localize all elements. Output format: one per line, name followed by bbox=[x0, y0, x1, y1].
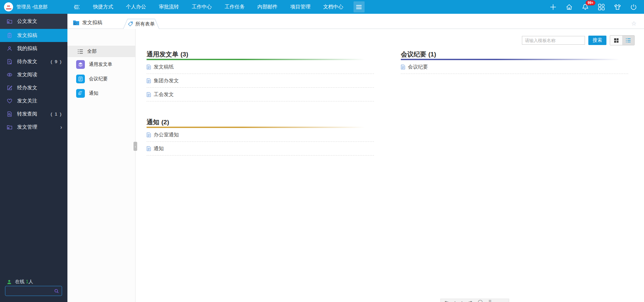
template-search-controls: 搜索 bbox=[522, 35, 635, 45]
company-logo: ∞ bbox=[4, 2, 13, 11]
sidebar-item-forward-review[interactable]: 转发查阅 ( 1 ) bbox=[0, 107, 67, 121]
nav-item-internal-mail[interactable]: 内部邮件 bbox=[258, 4, 278, 10]
sidebar-item-label: 发文拟稿 bbox=[17, 32, 62, 39]
sidebar-item-count: ( 9 ) bbox=[51, 59, 62, 64]
sidebar-item-official-dispatch[interactable]: 公文发文 bbox=[0, 14, 67, 29]
notifications-bell-icon[interactable]: 99+ bbox=[582, 3, 589, 11]
list-icon bbox=[77, 49, 83, 54]
sidebar: 公文发文 发文拟稿 我的拟稿 待办发文 bbox=[0, 14, 67, 302]
add-icon[interactable] bbox=[549, 3, 557, 11]
heart-icon bbox=[7, 98, 12, 104]
category-meeting-minutes[interactable]: 会议纪要 bbox=[67, 72, 135, 86]
online-user-icon bbox=[7, 279, 12, 285]
section-title: 通用发文单(3) bbox=[147, 50, 374, 58]
eye-icon bbox=[7, 72, 12, 78]
column-right: 会议纪要(1) 会议纪要 bbox=[401, 50, 628, 74]
favorite-star-icon[interactable]: ☆ bbox=[631, 20, 637, 27]
nav-more-button[interactable] bbox=[354, 1, 365, 12]
section-title: 会议纪要(1) bbox=[401, 50, 628, 58]
notification-badge: 99+ bbox=[586, 0, 595, 5]
sidebar-item-handled-dispatch[interactable]: 经办发文 bbox=[0, 81, 67, 94]
hamburger-icon bbox=[356, 5, 362, 9]
nav-item-work-tasks[interactable]: 工作任务 bbox=[225, 4, 245, 10]
template-link-meeting-minutes[interactable]: 会议纪要 bbox=[401, 60, 628, 74]
sidebar-search bbox=[5, 286, 62, 296]
power-logout-icon[interactable] bbox=[630, 3, 637, 11]
section-title: 通知(2) bbox=[147, 118, 374, 126]
nav-item-personal-office[interactable]: 个人办公 bbox=[126, 4, 146, 10]
template-category-panel: 全部 通用发文单 会议纪要 通知 bbox=[67, 29, 136, 302]
category-label: 会议纪要 bbox=[89, 76, 108, 82]
section-general-dispatch-form: 通用发文单(3) 发文稿纸 集团办发文 工会发文 bbox=[147, 50, 374, 101]
nav-item-approval-flow[interactable]: 审批流转 bbox=[159, 4, 179, 10]
section-notice: 通知(2) 办公室通知 通知 bbox=[147, 118, 374, 156]
category-general-dispatch-form[interactable]: 通用发文单 bbox=[67, 57, 135, 72]
tabbar: 发文拟稿 所有表单 ☆ bbox=[67, 14, 644, 29]
theme-tshirt-icon[interactable] bbox=[614, 3, 621, 11]
toolbar-icon[interactable]: ‹ bbox=[454, 300, 455, 302]
sidebar-item-dispatch-management[interactable]: 发文管理 › bbox=[0, 121, 67, 134]
sidebar-item-label: 经办发文 bbox=[17, 85, 62, 91]
panel-collapse-handle[interactable]: ‹ bbox=[133, 142, 137, 151]
logo-infinity-mark: ∞ bbox=[7, 4, 10, 8]
clipboard-icon bbox=[7, 33, 12, 38]
sidebar-item-dispatch-follow[interactable]: 发文关注 bbox=[0, 94, 67, 107]
online-label: 在线 bbox=[15, 279, 24, 284]
sidebar-search-input[interactable] bbox=[5, 289, 54, 294]
user-label: 管理员 -信息部 bbox=[16, 4, 48, 10]
sidebar-item-pending-dispatch[interactable]: 待办发文 ( 9 ) bbox=[0, 55, 67, 68]
home-icon[interactable] bbox=[566, 3, 573, 11]
template-sections: 通用发文单(3) 发文稿纸 集团办发文 工会发文 bbox=[136, 29, 644, 156]
online-unit: 人 bbox=[29, 279, 33, 284]
edit-note-icon bbox=[7, 85, 12, 91]
tab-draft-dispatch[interactable]: 发文拟稿 bbox=[73, 19, 107, 29]
folder-icon bbox=[7, 124, 12, 130]
apps-grid-icon[interactable] bbox=[598, 3, 605, 11]
section-meeting-minutes: 会议纪要(1) 会议纪要 bbox=[401, 50, 628, 74]
template-link-union-dispatch[interactable]: 工会发文 bbox=[147, 88, 374, 101]
nav-item-document-center[interactable]: 文档中心 bbox=[323, 4, 343, 10]
doc-search-icon bbox=[7, 111, 12, 117]
folder-tab-icon bbox=[73, 20, 79, 26]
doc-check-icon bbox=[7, 59, 12, 64]
template-link-notice[interactable]: 通知 bbox=[147, 142, 374, 156]
nav-item-shortcuts[interactable]: 快捷方式 bbox=[93, 4, 113, 10]
search-button[interactable]: 搜索 bbox=[588, 36, 606, 45]
tab-all-forms[interactable]: 所有表单 bbox=[123, 19, 159, 29]
collapse-menu-icon[interactable] bbox=[73, 4, 80, 10]
sidebar-item-label: 转发查阅 bbox=[17, 111, 51, 117]
sidebar-item-dispatch-reading[interactable]: 发文阅读 bbox=[0, 68, 67, 81]
user-icon bbox=[7, 46, 12, 51]
search-icon[interactable] bbox=[54, 289, 59, 294]
grid-view-button[interactable] bbox=[610, 36, 622, 45]
sidebar-item-label: 发文阅读 bbox=[17, 72, 62, 78]
folder-doc-icon bbox=[7, 18, 12, 24]
sidebar-item-label: 发文关注 bbox=[17, 98, 62, 104]
toolbar-icon[interactable]: ◯ bbox=[478, 300, 483, 302]
template-link-office-notice[interactable]: 办公室通知 bbox=[147, 128, 374, 142]
toolbar-icon[interactable]: ⠿ bbox=[488, 300, 492, 302]
logo-subtext bbox=[6, 8, 11, 9]
layers-icon bbox=[76, 60, 85, 69]
category-notice[interactable]: 通知 bbox=[67, 86, 135, 100]
toolbar-icon[interactable]: ⇤ bbox=[445, 300, 448, 302]
partial-floating-toolbar[interactable]: ⇤ ‹ › ⇥ ◯ ⠿ bbox=[440, 299, 509, 302]
main-content: 搜索 通用发文单(3) bbox=[136, 29, 644, 302]
toolbar-icon[interactable]: › bbox=[461, 300, 463, 302]
list-view-button[interactable] bbox=[622, 36, 634, 45]
template-link-group-office-dispatch[interactable]: 集团办发文 bbox=[147, 74, 374, 88]
template-search-input[interactable] bbox=[522, 36, 585, 45]
sidebar-item-draft-dispatch[interactable]: 发文拟稿 bbox=[0, 29, 67, 42]
topbar-icons: 99+ bbox=[549, 3, 644, 11]
category-all[interactable]: 全部 bbox=[67, 46, 135, 57]
toolbar-icon[interactable]: ⇥ bbox=[469, 300, 472, 302]
sidebar-item-my-drafts[interactable]: 我的拟稿 bbox=[0, 42, 67, 55]
tab-label: 所有表单 bbox=[136, 21, 155, 27]
tab-label: 发文拟稿 bbox=[82, 19, 102, 26]
doc-icon bbox=[76, 75, 85, 83]
nav-item-work-center[interactable]: 工作中心 bbox=[192, 4, 212, 10]
category-label: 全部 bbox=[87, 48, 97, 54]
template-link-dispatch-paper[interactable]: 发文稿纸 bbox=[147, 60, 374, 74]
nav-item-project-mgmt[interactable]: 项目管理 bbox=[290, 4, 311, 10]
topbar: ∞ 管理员 -信息部 快捷方式 个人办公 审批流转 工作中心 工作任务 内部邮件… bbox=[0, 0, 644, 14]
